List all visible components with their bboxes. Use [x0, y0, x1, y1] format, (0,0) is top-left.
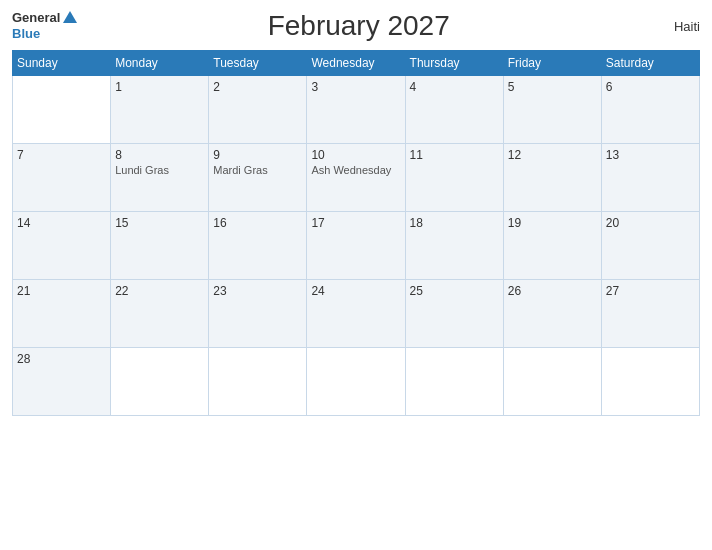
calendar-cell: 4	[405, 76, 503, 144]
week-row-4: 21222324252627	[13, 280, 700, 348]
week-row-1: 123456	[13, 76, 700, 144]
calendar-cell: 14	[13, 212, 111, 280]
calendar-cell: 10Ash Wednesday	[307, 144, 405, 212]
country-label: Haiti	[640, 19, 700, 34]
calendar-cell: 22	[111, 280, 209, 348]
logo-general-text: General	[12, 10, 60, 26]
day-number: 14	[17, 216, 106, 230]
calendar-cell: 7	[13, 144, 111, 212]
day-number: 6	[606, 80, 695, 94]
calendar-cell	[209, 348, 307, 416]
calendar-cell: 25	[405, 280, 503, 348]
day-number: 15	[115, 216, 204, 230]
day-number: 28	[17, 352, 106, 366]
day-number: 13	[606, 148, 695, 162]
week-row-3: 14151617181920	[13, 212, 700, 280]
logo-triangle-icon	[63, 11, 77, 23]
calendar-cell: 20	[601, 212, 699, 280]
day-number: 1	[115, 80, 204, 94]
calendar-cell: 28	[13, 348, 111, 416]
calendar-page: General Blue February 2027 Haiti SundayM…	[0, 0, 712, 550]
day-number: 16	[213, 216, 302, 230]
calendar-cell: 26	[503, 280, 601, 348]
calendar-cell: 1	[111, 76, 209, 144]
calendar-title: February 2027	[77, 10, 640, 42]
calendar-cell: 17	[307, 212, 405, 280]
day-number: 9	[213, 148, 302, 162]
day-number: 20	[606, 216, 695, 230]
day-number: 24	[311, 284, 400, 298]
weekday-header-sunday: Sunday	[13, 51, 111, 76]
calendar-table: SundayMondayTuesdayWednesdayThursdayFrid…	[12, 50, 700, 416]
calendar-cell	[503, 348, 601, 416]
calendar-cell	[111, 348, 209, 416]
event-name: Mardi Gras	[213, 164, 302, 176]
calendar-cell: 21	[13, 280, 111, 348]
calendar-cell: 8Lundi Gras	[111, 144, 209, 212]
calendar-cell: 27	[601, 280, 699, 348]
calendar-cell: 5	[503, 76, 601, 144]
weekday-header-wednesday: Wednesday	[307, 51, 405, 76]
calendar-cell	[13, 76, 111, 144]
day-number: 22	[115, 284, 204, 298]
day-number: 19	[508, 216, 597, 230]
day-number: 17	[311, 216, 400, 230]
day-number: 11	[410, 148, 499, 162]
weekday-header-friday: Friday	[503, 51, 601, 76]
day-number: 5	[508, 80, 597, 94]
day-number: 25	[410, 284, 499, 298]
day-number: 27	[606, 284, 695, 298]
weekday-header-thursday: Thursday	[405, 51, 503, 76]
calendar-cell: 11	[405, 144, 503, 212]
calendar-cell: 3	[307, 76, 405, 144]
calendar-cell: 23	[209, 280, 307, 348]
day-number: 12	[508, 148, 597, 162]
day-number: 7	[17, 148, 106, 162]
weekday-header-tuesday: Tuesday	[209, 51, 307, 76]
calendar-cell: 15	[111, 212, 209, 280]
event-name: Ash Wednesday	[311, 164, 400, 176]
day-number: 3	[311, 80, 400, 94]
day-number: 26	[508, 284, 597, 298]
week-row-2: 78Lundi Gras9Mardi Gras10Ash Wednesday11…	[13, 144, 700, 212]
calendar-cell: 16	[209, 212, 307, 280]
day-number: 18	[410, 216, 499, 230]
calendar-cell: 13	[601, 144, 699, 212]
day-number: 21	[17, 284, 106, 298]
logo-blue-text: Blue	[12, 26, 77, 42]
week-row-5: 28	[13, 348, 700, 416]
calendar-cell: 18	[405, 212, 503, 280]
day-number: 2	[213, 80, 302, 94]
weekday-header-monday: Monday	[111, 51, 209, 76]
calendar-cell: 19	[503, 212, 601, 280]
calendar-header: General Blue February 2027 Haiti	[12, 10, 700, 42]
weekday-header-saturday: Saturday	[601, 51, 699, 76]
calendar-cell: 2	[209, 76, 307, 144]
day-number: 23	[213, 284, 302, 298]
day-number: 10	[311, 148, 400, 162]
calendar-cell: 6	[601, 76, 699, 144]
day-number: 8	[115, 148, 204, 162]
event-name: Lundi Gras	[115, 164, 204, 176]
day-number: 4	[410, 80, 499, 94]
calendar-cell	[405, 348, 503, 416]
calendar-cell: 12	[503, 144, 601, 212]
calendar-cell	[307, 348, 405, 416]
calendar-cell: 24	[307, 280, 405, 348]
calendar-cell	[601, 348, 699, 416]
weekday-header-row: SundayMondayTuesdayWednesdayThursdayFrid…	[13, 51, 700, 76]
logo: General Blue	[12, 10, 77, 41]
calendar-cell: 9Mardi Gras	[209, 144, 307, 212]
